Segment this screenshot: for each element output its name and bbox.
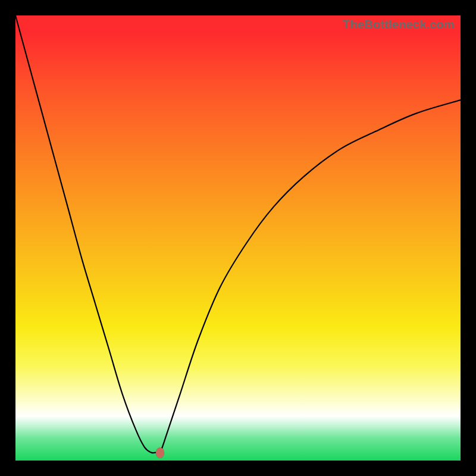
chart-frame: TheBottleneck.com bbox=[0, 0, 476, 476]
plot-area: TheBottleneck.com bbox=[15, 15, 461, 461]
bottleneck-curve bbox=[15, 15, 461, 461]
watermark-text: TheBottleneck.com bbox=[343, 18, 455, 32]
optimum-marker bbox=[156, 447, 164, 458]
